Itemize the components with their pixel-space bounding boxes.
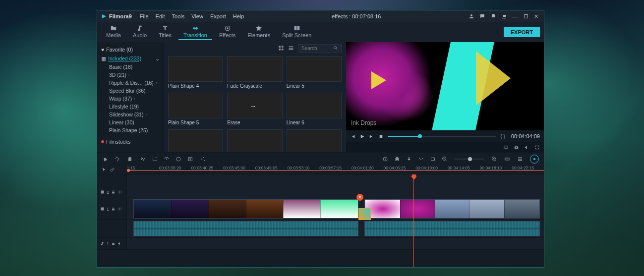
mode-audio[interactable]: Audio [128,24,152,40]
play-icon[interactable] [359,134,365,139]
mode-titles[interactable]: Titles [154,24,176,40]
marker-icon[interactable] [394,156,400,162]
delete-icon[interactable] [127,156,133,162]
lock-icon[interactable] [111,190,116,194]
sidebar-item-plainshape[interactable]: Plain Shape (25) [99,126,162,134]
sidebar-item-lifestyle[interactable]: Lifestyle (19) [99,103,162,110]
thumbnail-6[interactable] [168,129,223,152]
next-icon[interactable] [369,134,374,139]
color-icon[interactable] [176,156,181,162]
speed-icon[interactable] [164,156,170,162]
svg-rect-3 [294,26,297,30]
zoom-out-icon[interactable] [442,156,448,162]
export-button[interactable]: EXPORT [504,27,540,37]
sidebar-item-speedblur[interactable]: Speed Blur (36)› [99,87,162,95]
prev-icon[interactable] [350,134,355,139]
thumbnail-2[interactable]: Linear 5 [287,56,342,89]
mute-icon[interactable] [117,241,122,246]
grid-view-icon[interactable] [278,45,284,51]
eye-icon[interactable] [117,190,122,194]
transport-bar: { } 00:04:04:09 [346,130,544,142]
menu-file[interactable]: File [140,13,149,19]
svg-point-44 [119,208,120,209]
minimize-button[interactable]: — [512,13,518,19]
notification-icon[interactable] [490,13,496,19]
track-v1-audio [97,220,544,238]
mode-effects[interactable]: Effects [214,24,240,40]
thumbnail-1[interactable]: Fade Grayscale [227,56,282,89]
sidebar-item-warp[interactable]: Warp (37)› [99,95,162,103]
menu-help[interactable]: Help [233,13,244,19]
scrub-bar[interactable] [388,136,496,137]
adjust-icon[interactable] [199,156,205,162]
sidebar-included-header[interactable]: ▦ Included (233) ⌄ [99,54,162,63]
zoom-in-icon[interactable] [491,156,497,162]
thumbnail-4[interactable]: Erase [227,93,282,125]
svg-rect-13 [380,135,383,138]
sidebar-item-ripple[interactable]: Ripple & Dis… (16)› [99,79,162,87]
thumbnail-0[interactable]: Plain Shape 4 [168,56,223,89]
lock-icon[interactable] [111,207,116,211]
range-start[interactable] [127,169,130,172]
timeline-ruler[interactable]: 1:1500:03:36:2000:03:40:2500:03:45:0000:… [97,166,544,174]
cart-icon[interactable] [501,13,507,19]
audio-clip-2[interactable] [364,221,539,236]
transition-clip[interactable] [358,208,371,221]
green-screen-icon[interactable] [187,156,193,162]
zoom-fit-icon[interactable] [504,156,510,162]
cursor-icon[interactable] [101,167,107,172]
fullscreen-icon[interactable] [534,145,540,150]
sidebar-item-linear[interactable]: Linear (30) [99,118,162,126]
stop-icon[interactable] [378,134,384,139]
sidebar-item-slideshow[interactable]: Slideshow (31)› [99,110,162,118]
mode-splitscreen[interactable]: Split Screen [277,24,316,40]
aspect-icon[interactable] [430,156,436,162]
menu-tools[interactable]: Tools [172,13,185,19]
render-icon[interactable] [382,156,388,162]
snapshot-icon[interactable] [514,145,519,150]
mode-media[interactable]: Media [101,24,126,40]
sidebar-item-basic[interactable]: Basic (18) [99,63,162,71]
export-frame-icon[interactable] [503,145,509,150]
thumbnail-image [168,56,223,82]
thumbnail-3[interactable]: Plain Shape 5 [168,93,223,125]
manage-tracks-icon[interactable] [517,156,523,162]
video-clip-1[interactable]: 10 Incredible 4K (Ultra HD) Videos [133,199,358,219]
video-clip-2[interactable]: 10 Incredible 4K (Ultra HD) Videos [364,199,539,219]
lock-icon[interactable] [111,241,116,246]
auto-ripple-button[interactable] [530,155,539,164]
mode-transition[interactable]: Transition [178,24,212,40]
search-box[interactable] [298,44,342,53]
volume-icon[interactable] [524,145,529,150]
undo-icon[interactable] [102,156,108,162]
search-input[interactable] [301,46,331,51]
link-icon[interactable] [110,167,115,172]
thumbnail-8[interactable] [287,129,342,152]
message-icon[interactable] [479,13,485,19]
menu-view[interactable]: View [191,13,203,19]
svg-rect-45 [112,243,115,245]
menu-export[interactable]: Export [210,13,226,19]
mixer-icon[interactable] [418,156,424,162]
preview-viewport[interactable]: Ink Drops [346,42,544,130]
maximize-button[interactable] [523,13,529,19]
account-icon[interactable] [468,13,474,19]
redo-icon[interactable] [114,156,120,162]
sidebar-filmstocks[interactable]: Filmstocks [99,137,162,146]
list-view-icon[interactable] [288,45,294,51]
zoom-slider[interactable] [455,159,484,160]
menu-edit[interactable]: Edit [156,13,165,19]
crop-icon[interactable] [152,156,158,162]
sidebar-favorite[interactable]: ♥Favorite (0) [99,45,162,54]
close-button[interactable]: ✕ [534,13,540,19]
app-window: Filmora9 File Edit Tools View Export Hel… [97,10,544,268]
sidebar-item-3d[interactable]: 3D (21)› [99,71,162,79]
mode-elements[interactable]: Elements [242,24,275,40]
thumbnail-5[interactable]: Linear 6 [287,93,342,125]
voiceover-icon[interactable] [406,156,412,162]
audio-clip-1[interactable] [133,221,358,236]
transition-marker[interactable]: ✕ [356,194,363,201]
split-icon[interactable] [140,156,146,162]
thumbnail-7[interactable] [227,129,282,152]
eye-icon[interactable] [117,207,122,211]
